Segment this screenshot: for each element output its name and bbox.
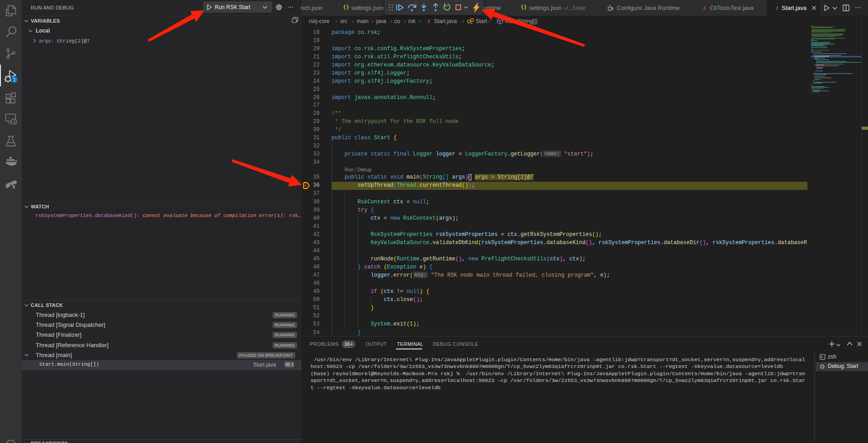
svg-text:1: 1 <box>13 77 16 82</box>
